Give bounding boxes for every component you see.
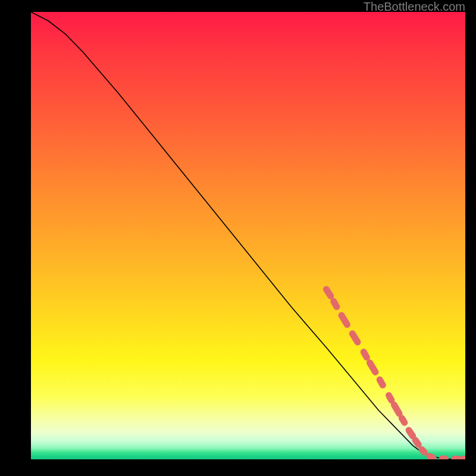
chart-stage: TheBottleneck.com: [0, 0, 476, 476]
svg-line-6: [380, 380, 383, 385]
svg-line-10: [409, 430, 413, 436]
svg-line-4: [364, 352, 367, 358]
svg-line-13: [430, 456, 433, 458]
svg-line-2: [342, 315, 347, 325]
svg-line-11: [415, 440, 418, 445]
dashed-overlay: [31, 12, 465, 459]
svg-line-1: [334, 302, 337, 307]
svg-line-5: [369, 363, 375, 372]
plot-area: [31, 12, 465, 459]
svg-line-9: [402, 418, 404, 423]
svg-line-0: [326, 289, 330, 296]
svg-line-12: [422, 450, 424, 453]
svg-line-7: [389, 396, 392, 400]
svg-line-3: [352, 334, 358, 342]
credit-text: TheBottleneck.com: [364, 0, 465, 14]
svg-line-8: [394, 405, 399, 414]
